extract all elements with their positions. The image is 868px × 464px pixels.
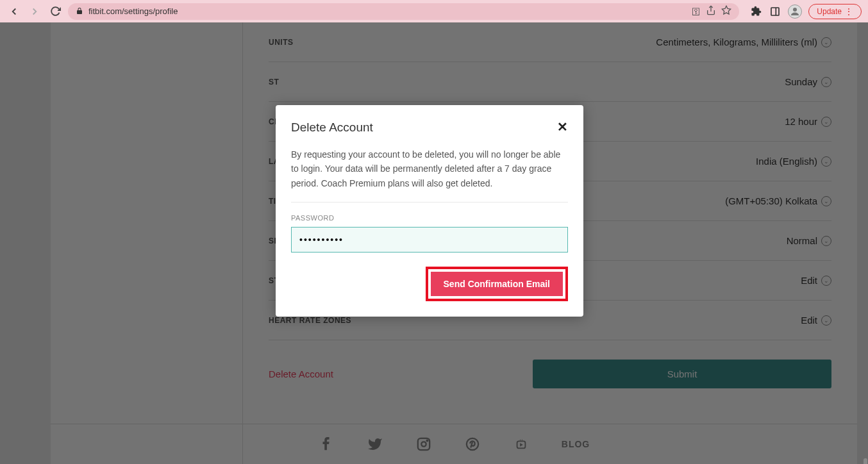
svg-marker-1 [722, 6, 731, 14]
modal-body-text: By requesting your account to be deleted… [291, 147, 568, 203]
scrollbar-thumb[interactable] [864, 458, 867, 464]
close-icon[interactable]: ✕ [557, 120, 568, 133]
back-button[interactable] [6, 4, 22, 19]
svg-rect-2 [771, 8, 779, 15]
password-label: PASSWORD [291, 214, 568, 222]
share-icon[interactable] [706, 5, 716, 17]
lock-icon [76, 7, 83, 16]
forward-button[interactable] [27, 4, 42, 19]
send-confirmation-button[interactable]: Send Confirmation Email [431, 272, 563, 296]
modal-header: Delete Account ✕ [291, 120, 568, 135]
key-icon[interactable]: ⚿ [692, 6, 701, 17]
password-input[interactable] [291, 227, 568, 253]
panel-icon[interactable] [769, 5, 781, 18]
profile-avatar[interactable] [788, 4, 802, 19]
extensions-icon[interactable] [749, 5, 762, 18]
delete-account-modal: Delete Account ✕ By requesting your acco… [276, 105, 583, 317]
confirm-highlight: Send Confirmation Email [426, 267, 568, 301]
toolbar-icons: Update ⋮ [749, 4, 862, 19]
star-icon[interactable] [721, 5, 731, 17]
more-icon: ⋮ [844, 6, 853, 17]
browser-chrome: fitbit.com/settings/profile ⚿ Update ⋮ [0, 0, 868, 22]
url-text: fitbit.com/settings/profile [88, 6, 687, 16]
reload-button[interactable] [47, 4, 63, 19]
page-wrap: UNITS Centimeters, Kilograms, Milliliter… [0, 22, 868, 464]
update-button[interactable]: Update ⋮ [808, 4, 862, 19]
modal-title: Delete Account [291, 120, 373, 135]
modal-actions: Send Confirmation Email [291, 267, 568, 301]
url-bar[interactable]: fitbit.com/settings/profile ⚿ [68, 3, 739, 20]
svg-point-4 [793, 8, 797, 12]
